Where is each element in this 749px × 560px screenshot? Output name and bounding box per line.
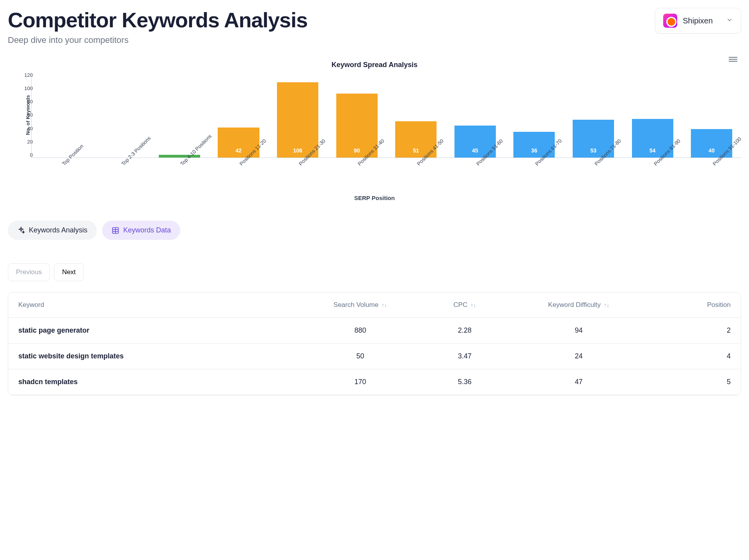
y-axis-ticks: 120100806040200 (19, 72, 33, 158)
tab-keywords-data[interactable]: Keywords Data (102, 221, 180, 240)
sparkle-icon (17, 227, 25, 234)
keywords-table: Keyword Search Volume ↑↓ CPC ↑↓ Keyword … (8, 292, 741, 395)
cell-keyword: static website design templates (18, 352, 303, 360)
x-axis-labels: Top PositionTop 2-3 PositionsTop 4-10 Po… (8, 159, 741, 195)
competitor-select[interactable]: Shipixen (655, 8, 741, 34)
table-row[interactable]: static website design templates503.47244 (8, 344, 741, 369)
tab-label: Keywords Data (123, 226, 171, 234)
table-header: Keyword Search Volume ↑↓ CPC ↑↓ Keyword … (8, 292, 741, 318)
cell-volume: 170 (303, 378, 417, 386)
chart-menu-icon[interactable] (729, 57, 737, 62)
sort-icon: ↑↓ (382, 302, 387, 308)
cell-position: 5 (645, 378, 731, 386)
col-keyword: Keyword (18, 301, 303, 309)
col-volume[interactable]: Search Volume ↑↓ (303, 301, 417, 309)
previous-button[interactable]: Previous (8, 263, 50, 281)
next-button[interactable]: Next (54, 263, 84, 281)
tab-keywords-analysis[interactable]: Keywords Analysis (8, 221, 97, 240)
competitor-name: Shipixen (683, 16, 713, 25)
cell-volume: 880 (303, 326, 417, 335)
cell-difficulty: 24 (512, 352, 645, 360)
cell-difficulty: 94 (512, 326, 645, 335)
cell-cpc: 2.28 (417, 326, 512, 335)
tab-label: Keywords Analysis (29, 226, 87, 234)
col-position: Position (645, 301, 731, 309)
sort-icon: ↑↓ (604, 302, 609, 308)
table-icon (112, 227, 119, 234)
cell-position: 2 (645, 326, 731, 335)
table-row[interactable]: static page generator8802.28942 (8, 318, 741, 344)
page-subtitle: Deep dive into your competitors (8, 35, 307, 45)
page-title: Competitor Keywords Analysis (8, 8, 307, 32)
competitor-logo (663, 14, 677, 28)
col-cpc[interactable]: CPC ↑↓ (417, 301, 512, 309)
cell-keyword: static page generator (18, 326, 303, 335)
cell-volume: 50 (303, 352, 417, 360)
x-axis-label: SERP Position (8, 195, 741, 201)
chevron-down-icon (726, 16, 733, 25)
chart-title: Keyword Spread Analysis (8, 61, 741, 69)
sort-icon: ↑↓ (470, 302, 476, 308)
cell-position: 4 (645, 352, 731, 360)
cell-cpc: 5.36 (417, 378, 512, 386)
cell-keyword: shadcn templates (18, 378, 303, 386)
col-difficulty[interactable]: Keyword Difficulty ↑↓ (512, 301, 645, 309)
cell-cpc: 3.47 (417, 352, 512, 360)
cell-difficulty: 47 (512, 378, 645, 386)
table-row[interactable]: shadcn templates1705.36475 (8, 369, 741, 395)
